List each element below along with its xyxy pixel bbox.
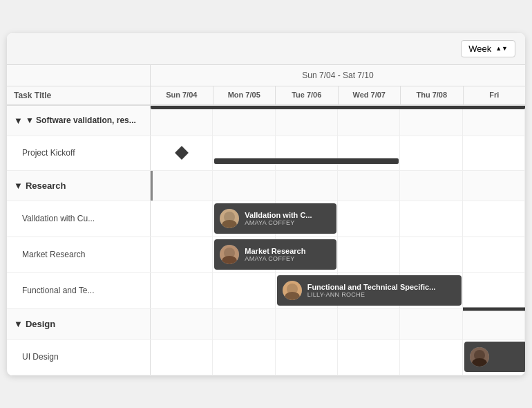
row-group-research: ▼ Research <box>7 171 525 201</box>
row-validation: Valldation with Cu... <box>7 201 525 237</box>
row-ui-design: UI Design <box>7 340 525 375</box>
cell-r5 <box>463 171 525 201</box>
cell-u2 <box>276 340 338 375</box>
cell-k1 <box>213 136 275 170</box>
card-ui-design[interactable] <box>464 342 525 372</box>
row-ui-cells <box>151 340 525 375</box>
cell-k4 <box>400 136 462 170</box>
row-software-cells <box>151 106 525 136</box>
project-kickoff-label: Project Kickoff <box>7 136 151 170</box>
cell-m5 <box>463 237 525 272</box>
cell-u0 <box>151 340 213 375</box>
validation-label: Valldation with Cu... <box>7 201 151 237</box>
day-header-4: Thu 7/08 <box>401 86 464 104</box>
ui-design-label: UI Design <box>7 340 151 375</box>
cell-k3 <box>338 136 400 170</box>
cell-r4 <box>400 171 462 201</box>
card-market-research[interactable]: Market Research AMAYA COFFEY <box>214 239 336 270</box>
row-research-cells <box>151 171 525 201</box>
card-functional-assignee: LILLY-ANN ROCHE <box>307 291 436 298</box>
row-design-cells <box>151 309 525 339</box>
date-range-label: Sun 7/04 - Sat 7/10 <box>151 65 525 86</box>
week-label: Week <box>468 44 491 54</box>
cell-r3 <box>338 171 400 201</box>
research-group-label[interactable]: ▼ Research <box>7 171 151 201</box>
avatar-amaya-1 <box>220 209 239 228</box>
cell-1 <box>213 106 275 136</box>
cell-v0 <box>151 201 213 237</box>
cell-m0 <box>151 237 213 272</box>
cell-f1 <box>213 273 275 308</box>
gantt-chart: Week ▲▼ Sun 7/04 - Sat 7/10 Task Title S… <box>7 33 525 375</box>
group-software-label[interactable]: ▼ ▼ Software validation, res... <box>7 106 151 136</box>
cell-v5 <box>463 201 525 237</box>
cell-d0 <box>151 309 213 339</box>
cell-u3 <box>338 340 400 375</box>
cell-d4 <box>400 309 462 339</box>
cell-r0 <box>151 171 213 201</box>
functional-label: Functional and Te... <box>7 273 151 308</box>
cell-k5 <box>463 136 525 170</box>
card-functional-title: Functional and Technical Specific... <box>307 283 436 291</box>
card-validation[interactable]: Valldation with C... AMAYA COFFEY <box>214 203 336 234</box>
cell-r2 <box>276 171 338 201</box>
software-group-bar <box>151 106 525 109</box>
design-group-bar <box>463 307 525 310</box>
design-group-label[interactable]: ▼ Design <box>7 309 151 339</box>
triangle-software: ▼ <box>14 115 23 126</box>
day-header-1: Mon 7/05 <box>213 86 276 104</box>
row-validation-cells: Valldation with C... AMAYA COFFEY <box>151 201 525 237</box>
day-header-5: Fri <box>464 86 526 104</box>
cell-r1 <box>213 171 275 201</box>
cell-3 <box>338 106 400 136</box>
milestone-diamond <box>175 146 189 160</box>
row-market-research: Market Research <box>7 237 525 273</box>
cell-u1 <box>213 340 275 375</box>
card-validation-assignee: AMAYA COFFEY <box>245 219 312 226</box>
cell-d5 <box>463 309 525 339</box>
cell-u4 <box>400 340 462 375</box>
cell-v3 <box>338 201 400 237</box>
day-header-3: Wed 7/07 <box>339 86 401 104</box>
avatar-designer <box>470 347 489 367</box>
column-headers: Task Title Sun 7/04 Mon 7/05 Tue 7/06 We… <box>7 86 525 106</box>
card-validation-title: Valldation with C... <box>245 211 312 219</box>
row-kickoff-cells <box>151 136 525 170</box>
cell-2 <box>276 106 338 136</box>
cell-k2 <box>276 136 338 170</box>
market-research-label: Market Research <box>7 237 151 272</box>
avatar-lilly <box>283 281 302 300</box>
date-range-header-row: Sun 7/04 - Sat 7/10 <box>7 65 525 86</box>
day-header-0: Sun 7/04 <box>151 86 213 104</box>
day-header-2: Tue 7/06 <box>276 86 339 104</box>
day-columns-header: Sun 7/04 Mon 7/05 Tue 7/06 Wed 7/07 Thu … <box>151 86 525 104</box>
research-left-border <box>151 171 153 201</box>
triangle-design: ▼ <box>14 319 23 329</box>
card-functional-info: Functional and Technical Specific... LIL… <box>307 283 436 298</box>
cell-m4 <box>400 237 462 272</box>
card-market-info: Market Research AMAYA COFFEY <box>245 247 305 262</box>
avatar-amaya-2 <box>220 245 239 264</box>
row-group-design: ▼ Design <box>7 309 525 340</box>
card-market-title: Market Research <box>245 247 305 255</box>
cell-5 <box>463 106 525 136</box>
task-col-spacer <box>7 65 151 86</box>
row-functional-cells: Functional and Technical Specific... LIL… <box>151 273 525 308</box>
cell-4 <box>400 106 462 136</box>
gantt-body: ▼ ▼ Software validation, res... Project … <box>7 106 525 375</box>
card-validation-info: Valldation with C... AMAYA COFFEY <box>245 211 312 226</box>
card-market-assignee: AMAYA COFFEY <box>245 255 305 262</box>
cell-d2 <box>276 309 338 339</box>
row-project-kickoff: Project Kickoff <box>7 136 525 171</box>
row-market-cells: Market Research AMAYA COFFEY <box>151 237 525 272</box>
toolbar: Week ▲▼ <box>7 33 525 65</box>
cell-d3 <box>338 309 400 339</box>
cell-f0 <box>151 273 213 308</box>
cell-0 <box>151 106 213 136</box>
task-title-header: Task Title <box>7 86 151 104</box>
chevron-icon: ▲▼ <box>495 45 508 52</box>
week-selector-button[interactable]: Week ▲▼ <box>461 40 515 57</box>
card-functional[interactable]: Functional and Technical Specific... LIL… <box>277 275 462 306</box>
row-functional: Functional and Te... <box>7 273 525 309</box>
cell-k0 <box>151 136 213 170</box>
